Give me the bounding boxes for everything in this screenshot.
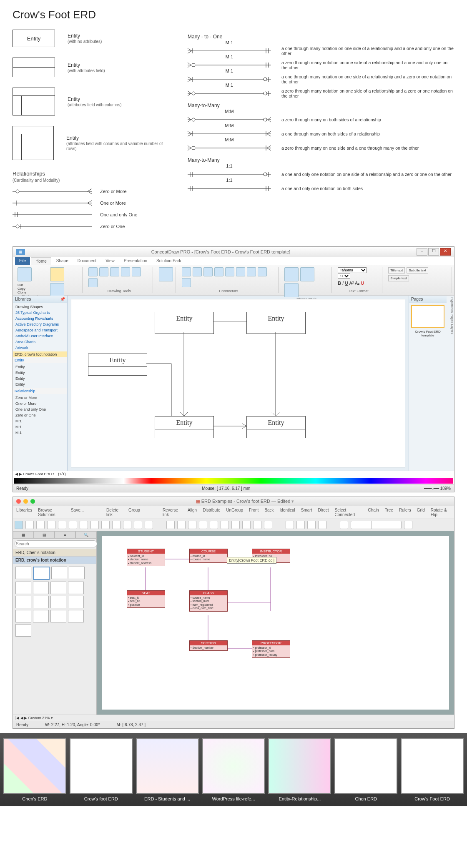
svg-line-80 — [276, 412, 280, 416]
thumb-item[interactable]: Entity-Relationship... — [268, 738, 331, 801]
svg-line-47 — [188, 131, 192, 134]
svg-line-44 — [268, 120, 271, 122]
menu-bar[interactable]: LibrariesBrowse SolutionsSave...Delete l… — [13, 506, 454, 519]
svg-line-28 — [188, 77, 192, 79]
libraries-panel[interactable]: Libraries📌 Drawing Shapes 25 Typical Org… — [13, 296, 68, 471]
canvas[interactable]: Entity Entity Entity Entity Entity — [71, 299, 405, 467]
svg-line-77 — [242, 426, 246, 429]
font-select[interactable]: Tahoma — [338, 267, 367, 273]
svg-line-34 — [188, 91, 191, 93]
round-icon[interactable] — [236, 267, 245, 276]
chain-icon[interactable] — [247, 267, 256, 276]
svg-point-1 — [16, 190, 19, 193]
page-title: Crow's Foot ERD — [13, 8, 454, 21]
relationship-legend: Many - to - One M:1a one through many no… — [188, 30, 454, 234]
zoom-icon — [286, 521, 294, 529]
svg-line-41 — [188, 120, 191, 122]
svg-point-36 — [264, 92, 267, 95]
svg-line-29 — [188, 79, 192, 82]
paste-icon[interactable] — [18, 267, 32, 281]
svg-point-39 — [192, 118, 195, 121]
svg-line-70 — [180, 412, 184, 416]
svg-line-51 — [267, 134, 271, 136]
svg-line-16 — [188, 48, 192, 51]
tree-icon[interactable] — [258, 267, 267, 276]
entity-legend: Entity Entity(with no attributes) Entity… — [13, 30, 171, 234]
canvas[interactable]: STUDENT• Student_id• student_name• stude… — [102, 536, 449, 710]
svg-line-40 — [188, 117, 191, 120]
arc-icon[interactable] — [193, 267, 202, 276]
svg-line-57 — [267, 146, 271, 148]
conceptdraw-windows: ▦ConceptDraw PRO - [Crow's Foot ERD - Cr… — [13, 246, 454, 492]
ribbon[interactable]: CutCopyCloneClipboard Drawing Tools Conn… — [13, 265, 454, 296]
thumb-item[interactable]: Crow's foot ERD — [70, 738, 133, 801]
svg-line-6 — [88, 201, 92, 203]
entity-shape-cols — [13, 88, 55, 115]
entity-shape-attr — [13, 58, 55, 77]
svg-line-7 — [88, 203, 92, 206]
tooltip: Entity[Crows Foot ERD.cdl] — [227, 557, 276, 564]
svg-line-22 — [188, 63, 191, 65]
library-panel[interactable]: ▦▤≡🔍 ERD, Chen's notation ERD, crow's fo… — [13, 531, 97, 715]
svg-line-3 — [88, 191, 92, 194]
svg-point-62 — [264, 173, 267, 176]
thumb-item[interactable]: Chen ERD — [334, 738, 397, 801]
search-input[interactable] — [15, 540, 97, 547]
toolbar[interactable] — [13, 519, 454, 531]
svg-line-48 — [188, 134, 192, 136]
entity-shape-rows — [13, 126, 54, 160]
template-thumbnails[interactable]: Chen's ERD Crow's foot ERD ERD - Student… — [0, 733, 467, 806]
minimize-button[interactable]: – — [417, 248, 427, 256]
svg-point-42 — [264, 118, 267, 121]
ribbon-tabs[interactable]: FileHomeShapeDocumentViewPresentationSol… — [13, 257, 454, 265]
conceptdraw-mac: ▦ ERD Examples - Crow's foot ERD — Edite… — [13, 497, 454, 729]
maximize-button[interactable]: ☐ — [428, 248, 439, 256]
select-icon[interactable] — [50, 267, 64, 281]
svg-line-50 — [267, 131, 271, 134]
thumb-item[interactable]: WordPress file-refe... — [202, 738, 265, 801]
svg-line-76 — [242, 424, 246, 426]
close-button[interactable]: ✕ — [440, 248, 451, 256]
svg-point-53 — [192, 146, 195, 150]
line-icon[interactable] — [300, 267, 314, 281]
svg-line-35 — [188, 93, 191, 96]
svg-line-55 — [188, 148, 191, 151]
fontsize-select[interactable]: 10 — [338, 273, 350, 279]
direct-icon[interactable] — [182, 267, 191, 276]
svg-line-58 — [267, 148, 271, 151]
thumb-item[interactable]: Chen's ERD — [3, 738, 66, 801]
point-icon[interactable] — [182, 278, 191, 287]
svg-line-71 — [184, 412, 188, 416]
svg-line-17 — [188, 51, 192, 53]
thumb-item[interactable]: ERD - Students and ... — [136, 738, 199, 801]
svg-point-30 — [264, 78, 267, 81]
svg-point-21 — [192, 63, 195, 67]
zoom-button[interactable] — [30, 499, 35, 504]
shadow-icon[interactable] — [284, 283, 299, 297]
svg-line-43 — [268, 117, 271, 120]
color-bar[interactable] — [14, 478, 453, 484]
thumb-item[interactable]: Crow's Foot ERD — [401, 738, 464, 801]
svg-line-23 — [188, 65, 191, 68]
minimize-button[interactable] — [23, 499, 28, 504]
drawing-shapes-icon[interactable] — [159, 267, 173, 281]
bezier-icon[interactable] — [203, 267, 213, 276]
svg-point-33 — [192, 92, 195, 95]
svg-line-79 — [271, 412, 276, 416]
fill-icon[interactable] — [284, 267, 299, 281]
svg-line-54 — [188, 146, 191, 148]
svg-point-12 — [16, 225, 19, 228]
textbox-icon[interactable] — [50, 283, 64, 297]
close-button[interactable] — [16, 499, 21, 504]
curve-icon[interactable] — [225, 267, 234, 276]
entity-shape-plain: Entity — [13, 30, 55, 47]
pages-panel[interactable]: Pages Crow's Foot ERD template — [409, 296, 447, 471]
svg-line-2 — [88, 189, 92, 191]
smart-icon[interactable] — [214, 267, 223, 276]
pointer-icon — [15, 521, 23, 529]
